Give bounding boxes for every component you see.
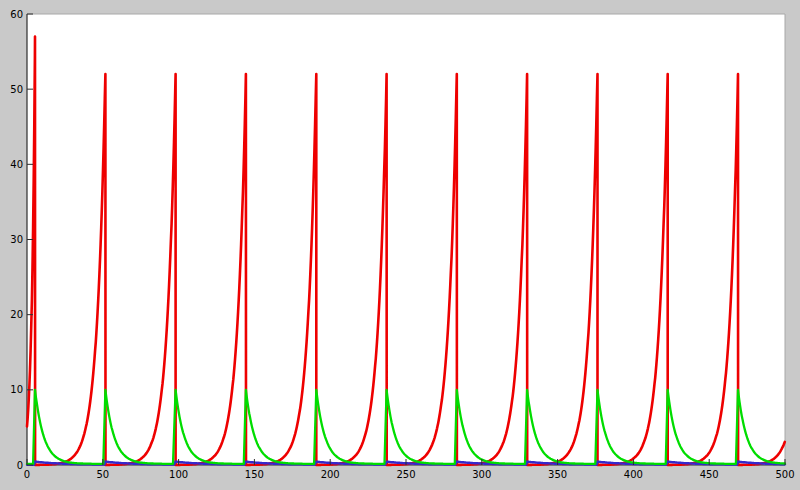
x-tick-label: 50 (96, 469, 109, 480)
x-tick-label: 350 (548, 469, 567, 480)
plot-area (27, 14, 785, 465)
y-tick-label: 40 (10, 159, 23, 170)
y-tick-label: 30 (10, 234, 23, 245)
x-tick-label: 500 (775, 469, 794, 480)
x-tick-label: 150 (245, 469, 264, 480)
plot-canvas: 050100150200250300350400450500 010203040… (0, 0, 800, 490)
x-tick-label: 0 (24, 469, 30, 480)
y-tick-label: 0 (17, 460, 23, 471)
y-tick-label: 60 (10, 9, 23, 20)
y-tick-label: 50 (10, 84, 23, 95)
x-tick-label: 400 (624, 469, 643, 480)
y-tick-label: 10 (10, 384, 23, 395)
y-tick-label: 20 (10, 309, 23, 320)
x-tick-label: 250 (396, 469, 415, 480)
figure-window: 050100150200250300350400450500 010203040… (0, 0, 800, 490)
x-tick-label: 200 (321, 469, 340, 480)
x-tick-label: 300 (472, 469, 491, 480)
x-tick-label: 450 (700, 469, 719, 480)
x-tick-label: 100 (169, 469, 188, 480)
